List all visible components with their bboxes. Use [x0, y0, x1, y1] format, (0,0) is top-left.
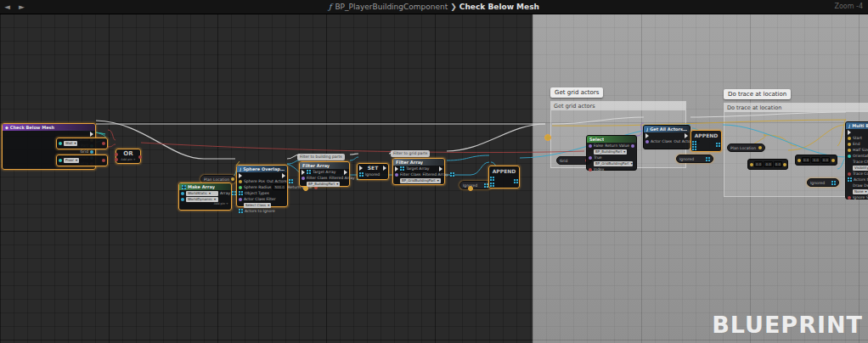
actor-class-pin[interactable]	[645, 140, 649, 143]
trace-complex-pin[interactable]	[848, 172, 851, 176]
breadcrumb-current[interactable]: Check Below Mesh	[459, 3, 539, 11]
vector-out-pin[interactable]	[783, 163, 786, 166]
start-pin[interactable]	[848, 137, 851, 140]
object-type-dropdown[interactable]: WorldDynamic▾	[186, 197, 218, 202]
node-filter-array-parts[interactable]: Filter Array Target Array Filter Class F…	[299, 161, 350, 187]
x-input[interactable]: 0.0	[802, 157, 810, 163]
reroute-knot[interactable]	[468, 186, 473, 191]
ignore-self-pin[interactable]	[848, 196, 851, 200]
y-input[interactable]: 0.0	[764, 161, 772, 167]
class-dropdown[interactable]: BP_BuildingPart▾	[307, 182, 340, 187]
actor-class-filter-pin[interactable]	[239, 198, 242, 201]
var-pill-ignored[interactable]: Ignored	[807, 178, 839, 187]
node-equal-enum-wall[interactable]: Wall▾	[56, 138, 108, 149]
graph-canvas[interactable]: Get grid actors Do trace at location	[0, 14, 868, 343]
actors-to-ignore-pin[interactable]	[239, 209, 243, 213]
node-equal-enum-floor[interactable]: Floor▾	[56, 155, 108, 166]
out-actors-pin[interactable]	[289, 179, 293, 183]
enum-dropdown[interactable]: Floor▾	[64, 158, 79, 163]
add-pin-button[interactable]: Add pin +	[116, 158, 140, 162]
array-a-pin[interactable]	[490, 177, 494, 181]
array-out-pin[interactable]	[706, 157, 710, 161]
node-vector-op-a[interactable]: 0.0 0.0 0.0	[747, 159, 788, 170]
radius-input[interactable]: 500.0	[273, 184, 285, 190]
exec-out-pin[interactable]	[344, 170, 347, 175]
end-pin[interactable]	[848, 143, 851, 146]
vector-in-pin[interactable]	[798, 159, 801, 162]
element-1-pin[interactable]	[181, 198, 184, 201]
exec-in-pin[interactable]	[848, 130, 851, 135]
sphere-pos-pin[interactable]	[239, 180, 242, 183]
comment-title[interactable]: Do trace at location	[724, 104, 868, 112]
exec-in-pin[interactable]	[395, 166, 398, 172]
var-pill-ignored[interactable]: Ignored	[459, 181, 492, 189]
object-types-pin[interactable]	[239, 191, 243, 195]
class-dropdown[interactable]: BP_GridBuildingPart▾	[400, 178, 441, 183]
class-dropdown[interactable]: BP_GridBuildingPart▾	[594, 161, 633, 166]
trace-channel-dropdown[interactable]: Visibility▾	[853, 166, 868, 171]
return-value-pin[interactable]	[631, 144, 634, 148]
comment-title[interactable]: Get grid actors	[551, 102, 685, 110]
target-array-pin[interactable]	[400, 166, 404, 171]
exec-out-pin[interactable]	[439, 166, 442, 172]
var-pill-ignored[interactable]: Ignored	[676, 155, 713, 163]
exec-in-pin[interactable]	[359, 166, 363, 171]
true-pin[interactable]	[589, 156, 592, 160]
enum-in-pin[interactable]	[59, 142, 62, 145]
element-0-pin[interactable]	[181, 192, 184, 195]
orientation-pin[interactable]	[848, 155, 851, 158]
z-input[interactable]: 0.0	[821, 157, 830, 163]
enum-dropdown[interactable]: Wall▾	[64, 141, 77, 146]
class-dropdown[interactable]: Select Class▾	[244, 203, 271, 208]
node-append-1[interactable]: APPEND	[488, 166, 520, 188]
exec-out-pin[interactable]	[383, 166, 386, 171]
vector-out-pin[interactable]	[758, 146, 762, 149]
bool-in-pin[interactable]	[115, 158, 118, 161]
node-filter-array-grid[interactable]: Filter Array Target Array Filter Class F…	[392, 158, 445, 185]
reroute-knot[interactable]	[303, 186, 308, 191]
array-b-pin[interactable]	[490, 183, 494, 187]
array-out-pin[interactable]	[514, 179, 518, 183]
object-type-dropdown[interactable]: WorldStatic▾	[186, 191, 218, 196]
node-select[interactable]: Select False Return Value BP_BuildingPar…	[586, 135, 637, 171]
filter-class-pin[interactable]	[302, 177, 305, 180]
array-a-pin[interactable]	[692, 141, 696, 145]
vector-out-pin[interactable]	[831, 159, 835, 162]
x-input[interactable]: 0.0	[754, 161, 763, 167]
bool-out-pin[interactable]	[102, 159, 105, 162]
reroute-knot[interactable]	[544, 134, 551, 141]
sphere-radius-pin[interactable]	[239, 186, 242, 189]
node-get-all-actors-of-class[interactable]: ƒGet All Actors Of Class Actor Class Out…	[643, 125, 690, 149]
array-out-pin[interactable]	[831, 181, 836, 185]
array-b-pin[interactable]	[692, 146, 696, 150]
grid-pin[interactable]	[90, 150, 93, 154]
bool-out-pin[interactable]	[102, 142, 105, 145]
exec-in-pin[interactable]	[302, 170, 305, 175]
vector-out-pin[interactable]	[231, 177, 234, 181]
var-pill-plan-location[interactable]: Plan Location	[727, 143, 765, 152]
node-or[interactable]: OR Add pin +	[116, 149, 141, 164]
vector-in-pin[interactable]	[750, 163, 753, 166]
node-append-2[interactable]: APPEND	[690, 130, 722, 152]
false-pin[interactable]	[589, 144, 592, 148]
node-vector-op-b[interactable]: 0.0 0.0 0.0	[795, 155, 837, 166]
bool-out-pin[interactable]	[138, 155, 142, 159]
enum-in-pin[interactable]	[59, 159, 62, 162]
target-array-pin[interactable]	[307, 170, 311, 174]
node-make-array[interactable]: Make Array WorldStatic▾ Array WorldDynam…	[178, 183, 232, 211]
draw-debug-dropdown[interactable]: None▾	[853, 189, 868, 194]
exec-in-pin[interactable]	[645, 133, 649, 138]
actors-to-ignore-pin[interactable]	[848, 177, 852, 182]
half-size-pin[interactable]	[848, 149, 851, 152]
node-sphere-overlap-actors[interactable]: ƒSphere Overlap Actors Sphere Pos Out Ac…	[236, 165, 288, 207]
breadcrumb-root[interactable]: BP_PlayerBuildingComponent	[335, 3, 448, 11]
z-input[interactable]: 0.0	[774, 161, 782, 167]
filter-class-pin[interactable]	[395, 173, 398, 177]
exec-out-pin[interactable]	[685, 133, 688, 138]
node-set-ignored[interactable]: SET Ignored	[357, 163, 389, 180]
exec-out-pin[interactable]	[90, 132, 93, 137]
filtered-array-pin[interactable]	[450, 172, 454, 177]
index-pin[interactable]	[589, 168, 592, 172]
bool-in-pin[interactable]	[115, 153, 118, 156]
node-multi-box-trace[interactable]: ƒMulti Box Trace By Channel Start End Ha…	[845, 121, 868, 200]
